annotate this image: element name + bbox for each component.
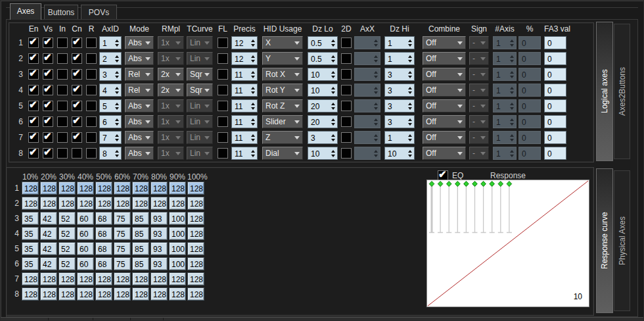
dz-hi-spinner-arrows[interactable] [406, 37, 414, 49]
combine-dropdown[interactable]: Off [423, 99, 466, 112]
axx-spinner[interactable] [354, 147, 380, 160]
response-cell[interactable]: 128 [22, 197, 39, 210]
spin-up-icon[interactable] [115, 103, 119, 105]
spin-up-icon[interactable] [115, 134, 119, 137]
sign-dropdown[interactable]: - [469, 84, 489, 97]
eq-slider-handle[interactable] [464, 182, 469, 187]
fl-checkbox[interactable] [218, 101, 228, 111]
spin-up-icon[interactable] [331, 87, 335, 89]
rmpl-dropdown[interactable]: 1x [158, 131, 184, 144]
side-tab-axes2buttons[interactable]: Axes2Buttons [614, 24, 630, 159]
vs-checkbox[interactable] [43, 132, 53, 143]
fl-checkbox[interactable] [218, 85, 228, 95]
response-cell[interactable]: 75 [114, 212, 131, 225]
spin-up-icon[interactable] [251, 71, 255, 74]
2d-checkbox[interactable] [341, 132, 352, 143]
vs-checkbox[interactable] [43, 148, 53, 159]
dz-lo-spinner-arrows[interactable] [329, 100, 337, 112]
en-checkbox[interactable] [28, 37, 39, 48]
precis-spinner[interactable]: 11 [231, 115, 258, 128]
spin-down-icon[interactable] [408, 76, 412, 78]
sign-dropdown[interactable]: - [469, 147, 489, 160]
response-cell[interactable]: 128 [187, 197, 204, 210]
spin-down-icon[interactable] [510, 155, 514, 157]
spin-up-icon[interactable] [331, 55, 335, 58]
spin-up-icon[interactable] [374, 103, 378, 105]
response-cell[interactable]: 85 [132, 242, 149, 255]
in-checkbox[interactable] [57, 53, 68, 64]
num-axis-spinner-arrows[interactable] [508, 100, 516, 112]
axx-spinner-arrows[interactable] [372, 147, 380, 159]
dz-lo-spinner-arrows[interactable] [329, 84, 337, 96]
mode-dropdown[interactable]: Abs [125, 115, 154, 128]
axx-spinner[interactable] [354, 131, 380, 144]
eq-slider-handle[interactable] [438, 182, 443, 187]
num-axis-spinner[interactable]: 1 [493, 36, 517, 49]
precis-spinner[interactable]: 11 [231, 84, 258, 97]
dz-hi-spinner[interactable]: 1 [384, 131, 415, 144]
cn-checkbox[interactable] [72, 69, 82, 80]
tcurve-dropdown[interactable]: Lin [187, 36, 213, 49]
fl-checkbox[interactable] [218, 37, 228, 48]
spin-down-icon[interactable] [408, 107, 412, 110]
rmpl-dropdown[interactable]: 1x [158, 36, 184, 49]
2d-checkbox[interactable] [341, 116, 352, 127]
axid-spinner-arrows[interactable] [113, 100, 121, 112]
en-checkbox[interactable] [28, 69, 39, 80]
in-checkbox[interactable] [57, 132, 68, 143]
axid-spinner-arrows[interactable] [113, 37, 121, 49]
axx-spinner[interactable] [354, 115, 380, 128]
response-cell[interactable]: 128 [169, 287, 186, 301]
response-cell[interactable]: 68 [95, 227, 112, 240]
2d-checkbox[interactable] [341, 101, 352, 111]
response-cell[interactable]: 85 [132, 212, 149, 225]
spin-up-icon[interactable] [374, 134, 378, 137]
response-cell[interactable]: 68 [95, 242, 112, 255]
spin-down-icon[interactable] [331, 91, 335, 94]
response-cell[interactable]: 35 [22, 242, 39, 255]
hid-usage-dropdown[interactable]: Rot X [262, 68, 303, 81]
percent-field[interactable]: 0 [518, 115, 541, 128]
spin-up-icon[interactable] [331, 150, 335, 153]
spin-up-icon[interactable] [510, 150, 514, 153]
axx-spinner[interactable] [354, 36, 380, 49]
response-cell[interactable]: 128 [150, 182, 168, 195]
spin-up-icon[interactable] [510, 134, 514, 137]
mode-dropdown[interactable]: Abs [125, 36, 154, 49]
hid-usage-dropdown[interactable]: Slider [262, 115, 303, 128]
spin-down-icon[interactable] [331, 123, 335, 126]
r-checkbox[interactable] [86, 37, 97, 48]
spin-down-icon[interactable] [331, 60, 335, 62]
spin-down-icon[interactable] [115, 91, 119, 94]
tab-povs[interactable]: POVs [81, 5, 117, 19]
spin-up-icon[interactable] [115, 118, 119, 121]
spin-up-icon[interactable] [251, 55, 255, 58]
axid-spinner[interactable]: 2 [99, 52, 122, 65]
spin-down-icon[interactable] [408, 44, 412, 47]
precis-spinner-arrows[interactable] [249, 116, 257, 128]
fa3-val-field[interactable]: 0 [544, 147, 566, 160]
spin-down-icon[interactable] [510, 139, 514, 141]
axx-spinner-arrows[interactable] [372, 68, 380, 80]
axx-spinner-arrows[interactable] [372, 116, 380, 128]
spin-down-icon[interactable] [510, 91, 514, 94]
response-cell[interactable]: 35 [22, 227, 39, 240]
spin-up-icon[interactable] [510, 87, 514, 89]
response-cell[interactable]: 128 [40, 182, 57, 195]
axid-spinner-arrows[interactable] [113, 84, 121, 96]
spin-down-icon[interactable] [510, 44, 514, 47]
spin-down-icon[interactable] [251, 139, 255, 141]
spin-up-icon[interactable] [331, 134, 335, 137]
spin-down-icon[interactable] [374, 155, 378, 157]
spin-up-icon[interactable] [115, 87, 119, 89]
response-cell[interactable]: 68 [95, 257, 112, 270]
spin-up-icon[interactable] [374, 55, 378, 58]
percent-field[interactable]: 0 [518, 52, 541, 65]
2d-checkbox[interactable] [341, 37, 352, 48]
dz-lo-spinner[interactable]: 10 [308, 84, 338, 97]
spin-up-icon[interactable] [408, 103, 412, 105]
axx-spinner-arrows[interactable] [372, 132, 380, 143]
response-cell[interactable]: 42 [40, 212, 57, 225]
response-cell[interactable]: 60 [77, 212, 94, 225]
2d-checkbox[interactable] [341, 69, 352, 80]
